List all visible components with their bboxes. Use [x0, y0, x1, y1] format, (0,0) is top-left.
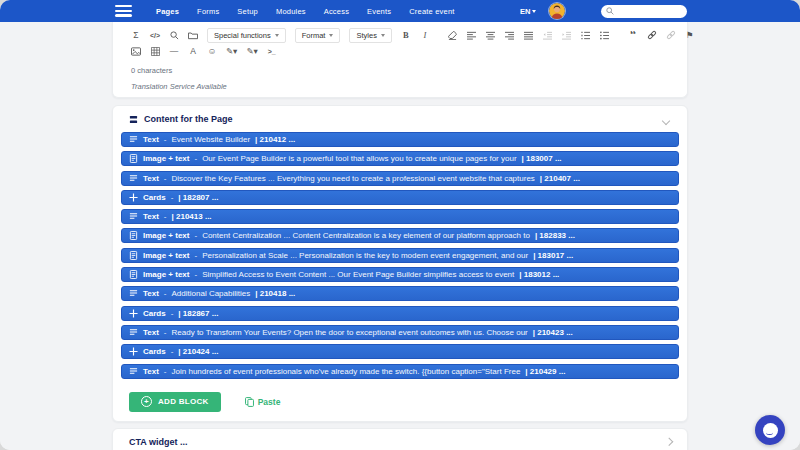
nav-item-access[interactable]: Access: [324, 7, 349, 16]
content-section: Content for the Page Text-Event Website …: [112, 105, 688, 422]
content-section-header[interactable]: Content for the Page: [113, 106, 687, 130]
block-id: | 182867 ...: [178, 309, 218, 318]
search-toolbar-icon[interactable]: [169, 29, 179, 41]
content-block-row[interactable]: Text-Additional Capabilities| 210418 ...: [121, 286, 679, 301]
block-separator: -: [164, 367, 167, 376]
page-body: Σ</>Special functionsFormatStylesBI“⚑ —A…: [0, 22, 800, 450]
content-actions: + ADD BLOCK Paste: [113, 383, 687, 421]
editor-toolbar-card: Σ</>Special functionsFormatStylesBI“⚑ —A…: [112, 22, 688, 98]
nav-item-events[interactable]: Events: [367, 7, 391, 16]
language-selector[interactable]: EN: [520, 0, 536, 22]
code-icon[interactable]: </>: [150, 29, 160, 41]
image-text-block-icon: [129, 251, 138, 260]
align-center-icon[interactable]: [486, 29, 496, 41]
code-block-icon[interactable]: >_: [267, 45, 277, 57]
add-block-label: ADD BLOCK: [158, 397, 209, 406]
block-type-label: Image + text: [143, 154, 189, 163]
image-text-block-icon: [129, 231, 138, 240]
unlink-icon[interactable]: [666, 29, 676, 41]
table-icon[interactable]: [150, 45, 160, 57]
content-block-row[interactable]: Cards-| 182867 ...: [121, 306, 679, 321]
content-block-row[interactable]: Text-Event Website Builder| 210412 ...: [121, 132, 679, 147]
image-text-block-icon: [129, 154, 138, 163]
block-description: Simplified Access to Event Content ... O…: [202, 270, 514, 279]
collapse-chevron-icon[interactable]: [662, 117, 670, 125]
content-icon: [129, 115, 138, 124]
block-separator: -: [164, 174, 167, 183]
nav-item-modules[interactable]: Modules: [276, 7, 306, 16]
nav-item-forms[interactable]: Forms: [197, 7, 219, 16]
avatar[interactable]: [549, 3, 565, 19]
chevron-down-icon: [275, 34, 279, 37]
chevron-down-icon: [381, 34, 385, 37]
content-block-row[interactable]: Text-| 210413 ...: [121, 209, 679, 224]
content-block-row[interactable]: Text-Ready to Transform Your Events? Ope…: [121, 325, 679, 340]
folder-icon[interactable]: [188, 29, 198, 41]
block-description: Join hundreds of event professionals who…: [172, 367, 521, 376]
image-icon[interactable]: [131, 45, 141, 57]
block-id: | 210412 ...: [255, 135, 295, 144]
nav-item-create-event[interactable]: Create event: [409, 7, 454, 16]
block-id: | 183017 ...: [533, 251, 573, 260]
unordered-list-icon[interactable]: [600, 29, 610, 41]
content-block-row[interactable]: Text-Discover the Key Features ... Every…: [121, 171, 679, 186]
dropdown-label: Special functions: [214, 31, 271, 40]
block-description: Our Event Page Builder is a powerful too…: [202, 154, 516, 163]
anchor-flag-icon[interactable]: ⚑: [685, 29, 695, 41]
dropdown-styles[interactable]: Styles: [349, 28, 391, 43]
outdent-icon[interactable]: [543, 29, 553, 41]
search-box[interactable]: [601, 5, 687, 18]
link-icon[interactable]: [647, 29, 657, 41]
eraser-icon[interactable]: [448, 29, 458, 41]
content-block-row[interactable]: Image + text-Personalization at Scale ..…: [121, 248, 679, 263]
indent-icon[interactable]: [562, 29, 572, 41]
bg-color-icon[interactable]: ✎▾: [246, 45, 257, 57]
font-size-icon[interactable]: A: [188, 45, 198, 57]
translation-note: Translation Service Available: [131, 82, 673, 91]
cards-block-icon: [129, 347, 138, 356]
text-color-icon[interactable]: ✎▾: [226, 45, 237, 57]
block-description: Content Centralization ... Content Centr…: [202, 231, 530, 240]
text-block-icon: [129, 174, 138, 183]
content-block-row[interactable]: Image + text-Content Centralization ... …: [121, 228, 679, 243]
dropdown-label: Styles: [356, 31, 376, 40]
add-block-button[interactable]: + ADD BLOCK: [129, 392, 221, 412]
nav-item-pages[interactable]: Pages: [156, 7, 179, 16]
chevron-down-icon: [329, 34, 333, 37]
block-separator: -: [194, 231, 197, 240]
content-block-row[interactable]: Text-Join hundreds of event professional…: [121, 364, 679, 379]
block-separator: -: [171, 193, 174, 202]
align-right-icon[interactable]: [505, 29, 515, 41]
block-description: Discover the Key Features ... Everything…: [172, 174, 535, 183]
search-input[interactable]: [617, 8, 682, 15]
text-block-icon: [129, 328, 138, 337]
justify-icon[interactable]: [524, 29, 534, 41]
ordered-list-icon[interactable]: [581, 29, 591, 41]
nav-item-setup[interactable]: Setup: [237, 7, 258, 16]
sum-icon[interactable]: Σ: [131, 29, 141, 41]
smile-icon: [766, 430, 773, 435]
chat-widget-button[interactable]: [755, 415, 785, 445]
cta-section[interactable]: CTA widget ...: [112, 428, 688, 450]
hamburger-menu-icon[interactable]: [115, 5, 132, 17]
paste-button[interactable]: Paste: [245, 397, 281, 407]
quote-icon[interactable]: “: [628, 31, 638, 39]
toolbar-row-2: —A☺✎▾✎▾>_: [131, 43, 673, 59]
dropdown-special-functions[interactable]: Special functions: [207, 28, 286, 43]
block-id: | 182833 ...: [535, 231, 575, 240]
main-nav: PagesFormsSetupModulesAccessEventsCreate…: [156, 0, 455, 22]
content-block-row[interactable]: Image + text-Simplified Access to Event …: [121, 267, 679, 282]
align-left-icon[interactable]: [467, 29, 477, 41]
hr-icon[interactable]: —: [169, 45, 179, 57]
bold-icon[interactable]: B: [401, 29, 411, 41]
content-block-row[interactable]: Cards-| 182807 ...: [121, 190, 679, 205]
italic-icon[interactable]: I: [420, 29, 430, 41]
block-separator: -: [164, 289, 167, 298]
content-block-row[interactable]: Image + text-Our Event Page Builder is a…: [121, 151, 679, 166]
block-id: | 210424 ...: [178, 347, 218, 356]
emoji-icon[interactable]: ☺: [207, 45, 217, 57]
dropdown-format[interactable]: Format: [295, 28, 341, 43]
content-block-row[interactable]: Cards-| 210424 ...: [121, 344, 679, 359]
block-separator: -: [164, 135, 167, 144]
block-id: | 182807 ...: [178, 193, 218, 202]
